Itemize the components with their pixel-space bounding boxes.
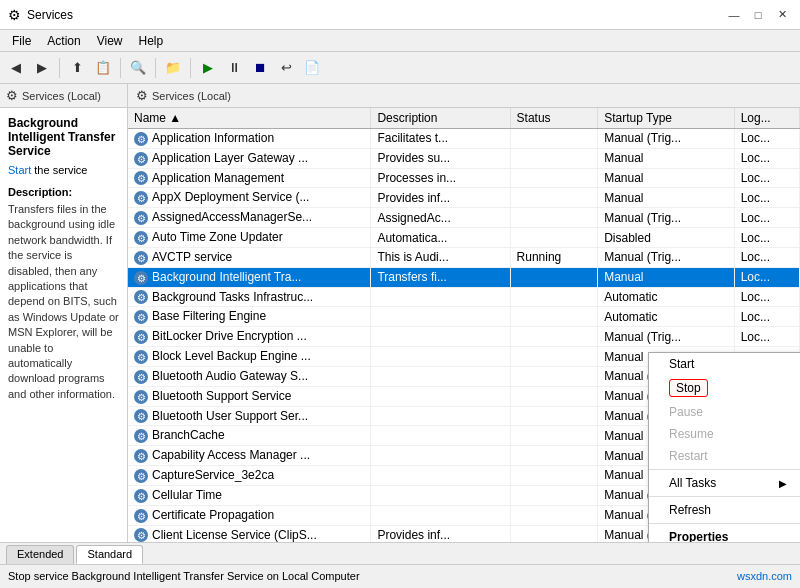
table-row[interactable]: Application Layer Gateway ... Provides s… (128, 148, 800, 168)
toolbar-restart[interactable]: ↩ (274, 56, 298, 80)
cell-status (510, 287, 598, 307)
minimize-button[interactable]: — (724, 5, 744, 25)
cell-name: BitLocker Drive Encryption ... (128, 327, 371, 347)
table-row[interactable]: BitLocker Drive Encryption ... Manual (T… (128, 327, 800, 347)
service-icon (134, 251, 148, 265)
ctx-all-tasks[interactable]: All Tasks ▶ (649, 472, 800, 494)
table-row[interactable]: AssignedAccessManagerSe... AssignedAc...… (128, 208, 800, 228)
menu-view[interactable]: View (89, 32, 131, 49)
cell-name: Client License Service (ClipS... (128, 525, 371, 542)
window-icon: ⚙ (8, 7, 21, 23)
col-name[interactable]: Name ▲ (128, 108, 371, 129)
right-panel-title: Services (Local) (152, 90, 231, 102)
menu-file[interactable]: File (4, 32, 39, 49)
cell-status (510, 188, 598, 208)
table-row[interactable]: AppX Deployment Service (... Provides in… (128, 188, 800, 208)
cell-status (510, 426, 598, 446)
col-status[interactable]: Status (510, 108, 598, 129)
title-bar: ⚙ Services — □ ✕ (0, 0, 800, 30)
toolbar-search[interactable]: 🔍 (126, 56, 150, 80)
toolbar-folders[interactable]: 📁 (161, 56, 185, 80)
table-row[interactable]: AVCTP service This is Audi... Running Ma… (128, 247, 800, 267)
toolbar-forward[interactable]: ▶ (30, 56, 54, 80)
cell-log: Loc... (734, 327, 799, 347)
cell-log: Loc... (734, 188, 799, 208)
service-icon (134, 290, 148, 304)
menu-help[interactable]: Help (131, 32, 172, 49)
toolbar-stop[interactable]: ⏹ (248, 56, 272, 80)
start-service-line: Start the service (8, 164, 119, 176)
cell-desc: Facilitates t... (371, 129, 510, 149)
table-row[interactable]: Auto Time Zone Updater Automatica... Dis… (128, 228, 800, 248)
col-log-on[interactable]: Log... (734, 108, 799, 129)
cell-status (510, 505, 598, 525)
cell-name: Certificate Propagation (128, 505, 371, 525)
toolbar-pause[interactable]: ⏸ (222, 56, 246, 80)
service-icon (134, 509, 148, 523)
cell-desc (371, 406, 510, 426)
cell-name: CaptureService_3e2ca (128, 466, 371, 486)
table-row[interactable]: Base Filtering Engine Automatic Loc... (128, 307, 800, 327)
cell-name: Background Intelligent Tra... (128, 267, 371, 287)
toolbar: ◀ ▶ ⬆ 📋 🔍 📁 ▶ ⏸ ⏹ ↩ 📄 (0, 52, 800, 84)
cell-name: Capability Access Manager ... (128, 446, 371, 466)
cell-log: Loc... (734, 208, 799, 228)
service-icon (134, 310, 148, 324)
cell-log: Loc... (734, 287, 799, 307)
tab-standard[interactable]: Standard (76, 545, 143, 564)
service-icon (134, 191, 148, 205)
tab-bar: Extended Standard (0, 542, 800, 564)
toolbar-show-hide[interactable]: 📋 (91, 56, 115, 80)
maximize-button[interactable]: □ (748, 5, 768, 25)
cell-desc (371, 366, 510, 386)
cell-desc: Provides inf... (371, 525, 510, 542)
ctx-stop-label: Stop (669, 379, 708, 397)
left-panel-header: ⚙ Services (Local) (0, 84, 127, 108)
cell-desc (371, 327, 510, 347)
ctx-sep-3 (649, 523, 800, 524)
cell-status (510, 208, 598, 228)
toolbar-properties[interactable]: 📄 (300, 56, 324, 80)
col-description[interactable]: Description (371, 108, 510, 129)
cell-name: Bluetooth Support Service (128, 386, 371, 406)
ctx-refresh[interactable]: Refresh (649, 499, 800, 521)
tab-extended[interactable]: Extended (6, 545, 74, 564)
cell-desc (371, 485, 510, 505)
cell-desc (371, 287, 510, 307)
window-title: Services (27, 8, 724, 22)
service-icon (134, 370, 148, 384)
table-row[interactable]: Application Management Processes in... M… (128, 168, 800, 188)
cell-startup: Disabled (598, 228, 735, 248)
start-link[interactable]: Start (8, 164, 31, 176)
cell-desc: AssignedAc... (371, 208, 510, 228)
cell-name: Application Management (128, 168, 371, 188)
cell-startup: Manual (598, 267, 735, 287)
toolbar-play[interactable]: ▶ (196, 56, 220, 80)
ctx-restart: Restart (649, 445, 800, 467)
cell-status (510, 386, 598, 406)
table-row[interactable]: Background Intelligent Tra... Transfers … (128, 267, 800, 287)
menu-action[interactable]: Action (39, 32, 88, 49)
left-panel-title: Services (Local) (22, 90, 101, 102)
service-icon (134, 132, 148, 146)
table-row[interactable]: Application Information Facilitates t...… (128, 129, 800, 149)
cell-desc (371, 347, 510, 367)
ctx-stop[interactable]: Stop (649, 375, 800, 401)
cell-status (510, 129, 598, 149)
col-startup-type[interactable]: Startup Type (598, 108, 735, 129)
cell-status (510, 485, 598, 505)
toolbar-up[interactable]: ⬆ (65, 56, 89, 80)
ctx-start[interactable]: Start (649, 353, 800, 375)
table-row[interactable]: Background Tasks Infrastruc... Automatic… (128, 287, 800, 307)
service-icon (134, 390, 148, 404)
cell-startup: Manual (Trig... (598, 208, 735, 228)
cell-status (510, 406, 598, 426)
status-text: Stop service Background Intelligent Tran… (8, 570, 360, 582)
ctx-properties[interactable]: Properties (649, 526, 800, 542)
close-button[interactable]: ✕ (772, 5, 792, 25)
service-icon (134, 211, 148, 225)
cell-log: Loc... (734, 168, 799, 188)
toolbar-back[interactable]: ◀ (4, 56, 28, 80)
context-menu: Start Stop Pause Resume Restart All Task… (648, 352, 800, 542)
cell-desc: Provides su... (371, 148, 510, 168)
